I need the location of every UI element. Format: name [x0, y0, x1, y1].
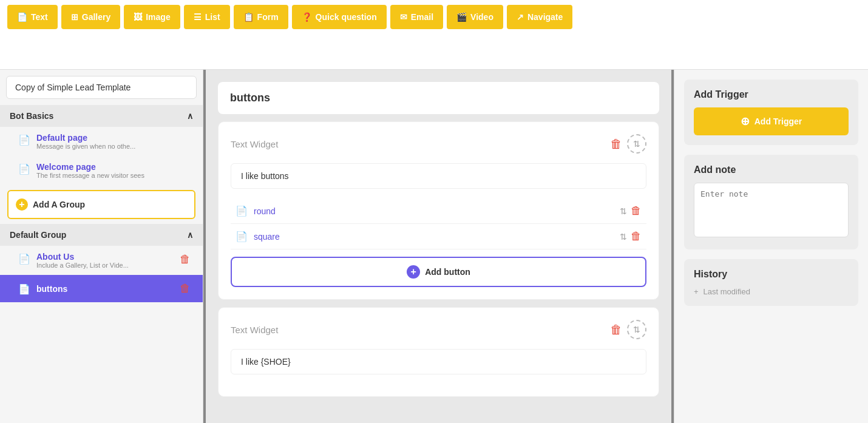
doc-icon-welcome: 📄 [18, 163, 30, 175]
main-layout: Bot Basics ∧ 📄 Default page Message is g… [0, 70, 868, 423]
widget-card-header-1: Text Widget 🗑 ⇅ [231, 134, 646, 154]
default-group-header[interactable]: Default Group ∧ [0, 224, 203, 246]
plus-history-icon: + [694, 287, 699, 296]
list-btn[interactable]: ☰ List [184, 5, 230, 29]
history-item: + Last modified [694, 287, 849, 296]
doc-icon-about: 📄 [18, 253, 30, 265]
template-name-input[interactable] [6, 76, 197, 99]
delete-widget-1-button[interactable]: 🗑 [610, 137, 622, 151]
widget-card-1: Text Widget 🗑 ⇅ I like buttons 📄 round ⇅… [218, 121, 659, 300]
quick-question-icon: ❓ [302, 12, 312, 22]
sidebar-item-default-page[interactable]: 📄 Default page Message is given when no … [0, 127, 203, 156]
top-toolbar: 📄 Text ⊞ Gallery 🖼 Image ☰ List 📋 Form ❓… [0, 0, 868, 70]
text-btn[interactable]: 📄 Text [7, 5, 58, 29]
quick-question-btn[interactable]: ❓ Quick question [292, 5, 387, 29]
navigate-icon: ↗ [517, 12, 524, 22]
reorder-widget-1-button[interactable]: ⇅ [627, 134, 646, 154]
widget-type-label-2: Text Widget [231, 325, 278, 335]
add-button-btn[interactable]: + Add button [231, 257, 646, 287]
delete-square-button[interactable]: 🗑 [631, 230, 642, 243]
delete-about-us-button[interactable]: 🗑 [177, 252, 193, 267]
add-trigger-button[interactable]: ⊕ Add Trigger [694, 107, 849, 135]
doc-icon: 📄 [18, 134, 30, 146]
chevron-up-icon: ∧ [187, 111, 193, 121]
delete-widget-2-button[interactable]: 🗑 [610, 323, 622, 337]
history-title: History [694, 269, 849, 280]
history-section: History + Last modified [684, 259, 858, 306]
plus-circle-purple-icon: + [407, 265, 420, 279]
reorder-widget-2-button[interactable]: ⇅ [627, 320, 646, 339]
gallery-icon: ⊞ [71, 12, 78, 22]
add-trigger-section: Add Trigger ⊕ Add Trigger [684, 80, 858, 145]
center-canvas: buttons Text Widget 🗑 ⇅ I like buttons 📄… [206, 70, 671, 423]
left-sidebar: Bot Basics ∧ 📄 Default page Message is g… [0, 70, 203, 423]
navigate-btn[interactable]: ↗ Navigate [507, 5, 572, 29]
sidebar-item-buttons[interactable]: 📄 buttons 🗑 [0, 275, 203, 302]
gallery-btn[interactable]: ⊞ Gallery [61, 5, 120, 29]
delete-buttons-button[interactable]: 🗑 [177, 281, 193, 296]
text-icon: 📄 [17, 12, 27, 22]
add-group-button[interactable]: + Add A Group [7, 190, 195, 219]
widget-type-label-1: Text Widget [231, 139, 278, 149]
widget-actions-1: 🗑 ⇅ [610, 134, 646, 154]
reorder-round-button[interactable]: ⇅ [620, 206, 627, 216]
add-note-title: Add note [694, 164, 849, 175]
image-btn[interactable]: 🖼 Image [124, 5, 180, 29]
email-btn[interactable]: ✉ Email [390, 5, 443, 29]
bot-basics-header[interactable]: Bot Basics ∧ [0, 105, 203, 127]
button-doc-icon-square: 📄 [236, 231, 248, 242]
delete-round-button[interactable]: 🗑 [631, 205, 642, 217]
button-doc-icon-round: 📄 [236, 205, 248, 217]
reorder-square-button[interactable]: ⇅ [620, 232, 627, 242]
sidebar-item-welcome-page[interactable]: 📄 Welcome page The first message a new v… [0, 156, 203, 185]
email-icon: ✉ [400, 12, 407, 22]
button-row-square: 📄 square ⇅ 🗑 [231, 224, 646, 249]
video-btn[interactable]: 🎬 Video [447, 5, 503, 29]
video-icon: 🎬 [456, 12, 467, 22]
plus-circle-trigger-icon: ⊕ [741, 115, 750, 128]
round-button-label[interactable]: round [254, 206, 276, 216]
add-trigger-title: Add Trigger [694, 89, 849, 100]
note-textarea[interactable] [694, 183, 849, 237]
add-note-section: Add note [684, 155, 858, 249]
widget-actions-2: 🗑 ⇅ [610, 320, 646, 339]
widget-card-2: Text Widget 🗑 ⇅ I like {SHOE} [218, 307, 659, 397]
widget-card-header-2: Text Widget 🗑 ⇅ [231, 320, 646, 339]
list-icon: ☰ [194, 12, 202, 22]
square-button-label[interactable]: square [254, 232, 280, 242]
image-icon: 🖼 [134, 12, 142, 22]
form-icon: 📋 [243, 12, 254, 22]
chevron-up-icon-default: ∧ [187, 230, 193, 240]
plus-circle-icon: + [16, 198, 28, 211]
widget-text-content-2[interactable]: I like {SHOE} [231, 349, 646, 374]
widget-text-content-1[interactable]: I like buttons [231, 163, 646, 189]
sidebar-item-about-us[interactable]: 📄 About Us Include a Gallery, List or Vi… [0, 246, 203, 275]
form-btn[interactable]: 📋 Form [234, 5, 288, 29]
right-sidebar: Add Trigger ⊕ Add Trigger Add note Histo… [674, 70, 868, 423]
group-title: buttons [218, 82, 659, 114]
button-row-round: 📄 round ⇅ 🗑 [231, 198, 646, 224]
doc-icon-buttons: 📄 [18, 283, 30, 295]
